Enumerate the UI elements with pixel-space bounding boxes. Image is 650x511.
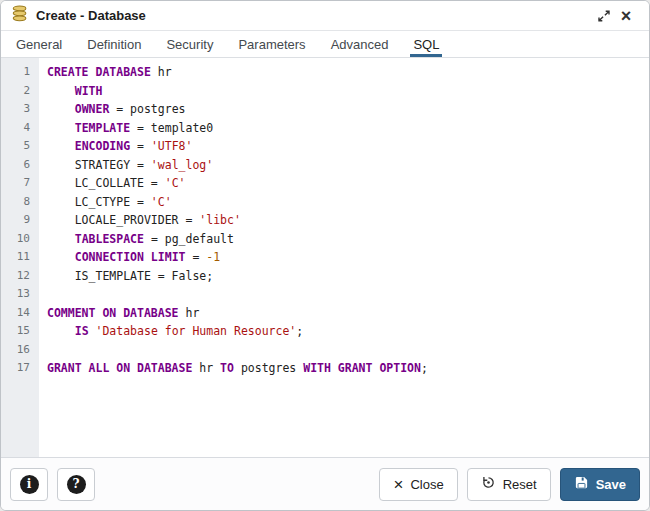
tab-security[interactable]: Security: [163, 31, 216, 57]
sql-info-button[interactable]: i: [10, 468, 48, 501]
line-number-gutter: 1234567891011121314151617: [1, 58, 39, 457]
close-window-button[interactable]: ×: [615, 5, 637, 27]
save-icon: [574, 475, 589, 493]
code-line: STRATEGY = 'wal_log': [47, 156, 649, 175]
help-button[interactable]: ?: [57, 468, 95, 501]
tab-general[interactable]: General: [13, 31, 65, 57]
line-number: 11: [1, 248, 30, 267]
tab-advanced[interactable]: Advanced: [328, 31, 392, 57]
reset-button[interactable]: Reset: [467, 468, 551, 501]
code-line: CREATE DATABASE hr: [47, 63, 649, 82]
line-number: 12: [1, 267, 30, 286]
sql-editor[interactable]: 1234567891011121314151617 CREATE DATABAS…: [1, 58, 649, 457]
code-line: TEMPLATE = template0: [47, 119, 649, 138]
line-number: 4: [1, 119, 30, 138]
save-button-label: Save: [596, 477, 626, 492]
database-icon: [11, 5, 29, 27]
code-line: IS_TEMPLATE = False;: [47, 267, 649, 286]
code-line: LOCALE_PROVIDER = 'libc': [47, 211, 649, 230]
dialog-footer: i ? × Close Reset: [1, 457, 649, 510]
code-line: LC_CTYPE = 'C': [47, 193, 649, 212]
code-line: [47, 341, 649, 360]
title-bar: Create - Database ×: [1, 1, 649, 31]
code-line: WITH: [47, 82, 649, 101]
dialog-tabs: General Definition Security Parameters A…: [1, 31, 649, 58]
code-line: OWNER = postgres: [47, 100, 649, 119]
tab-sql[interactable]: SQL: [410, 31, 442, 57]
line-number: 2: [1, 82, 30, 101]
tab-definition[interactable]: Definition: [84, 31, 144, 57]
line-number: 3: [1, 100, 30, 119]
code-line: COMMENT ON DATABASE hr: [47, 304, 649, 323]
line-number: 6: [1, 156, 30, 175]
line-number: 1: [1, 63, 30, 82]
line-number: 9: [1, 211, 30, 230]
create-database-dialog: Create - Database × General Definition S…: [0, 0, 650, 511]
code-line: CONNECTION LIMIT = -1: [47, 248, 649, 267]
line-number: 8: [1, 193, 30, 212]
tab-parameters[interactable]: Parameters: [235, 31, 308, 57]
line-number: 13: [1, 285, 30, 304]
line-number: 15: [1, 322, 30, 341]
code-line: GRANT ALL ON DATABASE hr TO postgres WIT…: [47, 359, 649, 378]
dialog-title: Create - Database: [36, 8, 146, 23]
maximize-button[interactable]: [593, 5, 615, 27]
line-number: 17: [1, 359, 30, 378]
line-number: 7: [1, 174, 30, 193]
reset-icon: [481, 475, 496, 493]
line-number: 14: [1, 304, 30, 323]
line-number: 16: [1, 341, 30, 360]
code-line: LC_COLLATE = 'C': [47, 174, 649, 193]
help-icon: ?: [67, 475, 86, 494]
line-number: 5: [1, 137, 30, 156]
code-line: TABLESPACE = pg_default: [47, 230, 649, 249]
reset-button-label: Reset: [503, 477, 537, 492]
info-icon: i: [20, 475, 39, 494]
close-icon: ×: [621, 7, 632, 25]
maximize-icon: [597, 9, 611, 23]
code-line: IS 'Database for Human Resource';: [47, 322, 649, 341]
save-button[interactable]: Save: [560, 468, 640, 501]
close-button[interactable]: × Close: [379, 468, 457, 501]
close-button-label: Close: [410, 477, 443, 492]
line-number: 10: [1, 230, 30, 249]
sql-code-area[interactable]: CREATE DATABASE hr WITH OWNER = postgres…: [39, 58, 649, 457]
code-line: ENCODING = 'UTF8': [47, 137, 649, 156]
code-line: [47, 285, 649, 304]
close-x-icon: ×: [393, 476, 403, 493]
